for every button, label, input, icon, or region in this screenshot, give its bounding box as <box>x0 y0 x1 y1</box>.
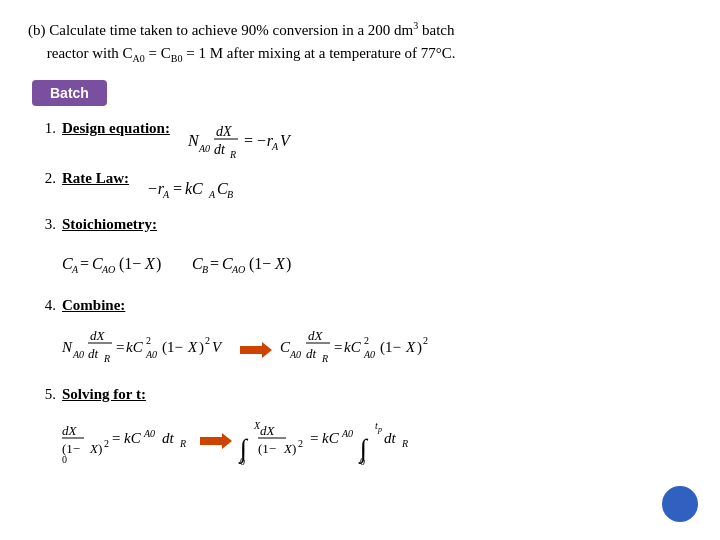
step-5-formulas: dX (1− X ) 2 = kC A0 dt R 0 ∫ X 0 dX (1−… <box>62 413 692 475</box>
svg-text:R: R <box>229 149 236 160</box>
svg-text:): ) <box>199 339 204 356</box>
blue-circle-decoration <box>662 486 698 522</box>
svg-text:): ) <box>98 441 102 456</box>
svg-text:A0: A0 <box>198 143 210 154</box>
step-3-formulas: C A = C AO (1− X ) C B = C AO (1− X ) <box>62 243 692 287</box>
step-3-num: 3. <box>28 216 56 233</box>
step-1-row: 1. Design equation: N A0 dX dt R = −r A … <box>28 120 692 164</box>
svg-text:X: X <box>187 339 198 355</box>
svg-text:=: = <box>244 132 253 149</box>
step-2-title: Rate Law: <box>62 170 129 187</box>
svg-text:A: A <box>208 189 216 200</box>
svg-text:=: = <box>173 180 182 197</box>
svg-text:dX: dX <box>62 423 78 438</box>
step-5-row: 5. Solving for t: <box>28 386 692 407</box>
step-4-row: 4. Combine: <box>28 297 692 318</box>
svg-text:A: A <box>271 141 279 152</box>
svg-text:B: B <box>227 189 233 200</box>
svg-text:A: A <box>71 264 79 275</box>
svg-text:B: B <box>202 264 208 275</box>
svg-text:): ) <box>156 255 161 273</box>
svg-text:X: X <box>144 255 156 272</box>
svg-text:kC: kC <box>322 430 340 446</box>
svg-text:=: = <box>334 339 342 355</box>
header-text: (b) Calculate time taken to achieve 90% … <box>28 18 692 66</box>
svg-text:V: V <box>280 132 292 149</box>
svg-text:A0: A0 <box>145 349 157 360</box>
svg-text:A0: A0 <box>72 349 84 360</box>
step-1-title: Design equation: <box>62 120 170 137</box>
svg-text:dt: dt <box>88 346 99 361</box>
svg-text:R: R <box>179 438 186 449</box>
svg-text:V: V <box>212 339 223 355</box>
svg-text:p: p <box>377 425 382 434</box>
svg-text:): ) <box>417 339 422 356</box>
svg-text:R: R <box>103 353 110 364</box>
svg-text:2: 2 <box>298 438 303 449</box>
step-1-num: 1. <box>28 120 56 137</box>
svg-text:=: = <box>80 255 89 272</box>
svg-text:AO: AO <box>231 264 245 275</box>
svg-text:=: = <box>210 255 219 272</box>
svg-text:(1−: (1− <box>258 441 276 456</box>
svg-text:A0: A0 <box>143 428 155 439</box>
svg-text:X: X <box>274 255 286 272</box>
svg-text:dX: dX <box>260 423 276 438</box>
svg-text:A0: A0 <box>363 349 375 360</box>
svg-text:dt: dt <box>162 430 175 446</box>
svg-text:dt: dt <box>306 346 317 361</box>
step-4-title: Combine: <box>62 297 125 314</box>
svg-text:kC: kC <box>124 430 142 446</box>
svg-text:kC: kC <box>185 180 203 197</box>
svg-text:A0: A0 <box>341 428 353 439</box>
svg-text:(1−: (1− <box>162 339 183 356</box>
svg-text:X: X <box>405 339 416 355</box>
svg-text:2: 2 <box>104 438 109 449</box>
step-2-row: 2. Rate Law: −r A = kC A C B <box>28 170 692 210</box>
main-page: (b) Calculate time taken to achieve 90% … <box>0 0 720 540</box>
step-4-num: 4. <box>28 297 56 314</box>
svg-text:A: A <box>162 189 170 200</box>
svg-text:A0: A0 <box>289 349 301 360</box>
svg-text:0: 0 <box>240 456 245 467</box>
step-4-formulas: N A0 dX dt R = kC 2 A0 (1− X ) 2 V C A0 … <box>62 324 692 376</box>
svg-marker-48 <box>240 342 272 358</box>
svg-text:=: = <box>116 339 124 355</box>
svg-text:AO: AO <box>101 264 115 275</box>
svg-text:0: 0 <box>360 456 365 467</box>
svg-text:kC: kC <box>344 339 362 355</box>
svg-text:2: 2 <box>364 335 369 346</box>
svg-text:R: R <box>321 353 328 364</box>
svg-text:(1−: (1− <box>380 339 401 356</box>
svg-text:dt: dt <box>384 430 397 446</box>
svg-text:=: = <box>112 430 120 446</box>
step-2-num: 2. <box>28 170 56 187</box>
svg-text:(1−: (1− <box>119 255 141 273</box>
svg-text:): ) <box>292 441 296 456</box>
step-2-formula: −r A = kC A C B <box>147 170 317 210</box>
svg-text:2: 2 <box>423 335 428 346</box>
step-3-title: Stoichiometry: <box>62 216 157 233</box>
svg-text:N: N <box>62 339 73 355</box>
step-1-formula: N A0 dX dt R = −r A V <box>188 120 348 164</box>
svg-text:2: 2 <box>205 335 210 346</box>
svg-text:kC: kC <box>126 339 144 355</box>
svg-text:(1−: (1− <box>249 255 271 273</box>
svg-text:dX: dX <box>216 124 232 139</box>
svg-marker-75 <box>200 433 232 449</box>
svg-text:dX: dX <box>90 328 106 343</box>
svg-text:): ) <box>286 255 291 273</box>
svg-text:R: R <box>401 438 408 449</box>
svg-text:=: = <box>310 430 318 446</box>
svg-text:0: 0 <box>62 454 67 465</box>
step-5-num: 5. <box>28 386 56 403</box>
step-3-row: 3. Stoichiometry: <box>28 216 692 237</box>
svg-text:2: 2 <box>146 335 151 346</box>
svg-text:dX: dX <box>308 328 324 343</box>
batch-button[interactable]: Batch <box>32 80 107 106</box>
step-5-title: Solving for t: <box>62 386 146 403</box>
svg-text:dt: dt <box>214 142 226 157</box>
